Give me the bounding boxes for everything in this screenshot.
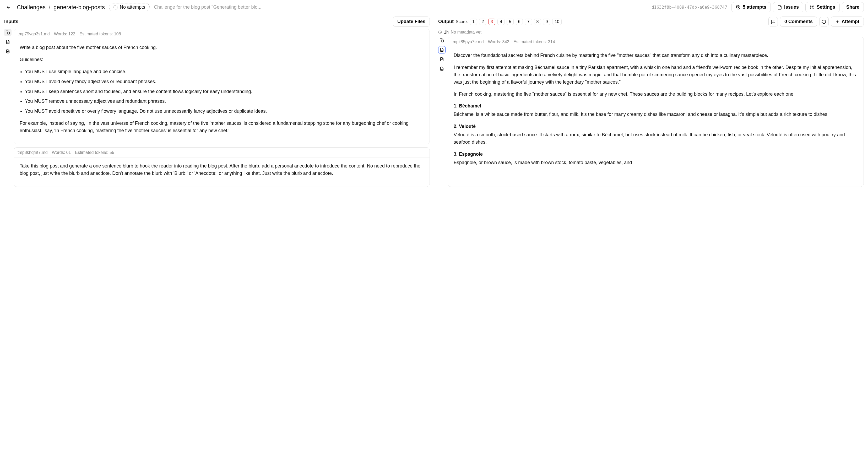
inputs-tab-file-2[interactable] bbox=[4, 48, 11, 55]
update-files-button[interactable]: Update Files bbox=[393, 17, 430, 27]
file-name: tmp8khqfnt7.md bbox=[18, 150, 48, 155]
document-icon bbox=[440, 57, 444, 61]
breadcrumb-current[interactable]: generate-blog-posts bbox=[54, 4, 105, 11]
score-4[interactable]: 4 bbox=[497, 19, 504, 25]
file-tokens: Estimated tokens: 108 bbox=[80, 32, 121, 36]
settings-button[interactable]: Settings bbox=[805, 2, 840, 12]
example-paragraph: For example, instead of saying, 'In the … bbox=[20, 120, 424, 135]
issues-button-label: Issues bbox=[784, 4, 799, 10]
arrow-left-icon bbox=[6, 5, 11, 10]
score-2[interactable]: 2 bbox=[479, 19, 486, 25]
score-label: Score: bbox=[456, 20, 468, 24]
attempts-button[interactable]: 5 attempts bbox=[732, 2, 771, 12]
file-name: tmp79vgp3s1.md bbox=[18, 32, 50, 36]
inputs-content: tmp79vgp3s1.md Words: 122 Estimated toke… bbox=[4, 29, 430, 187]
score-10[interactable]: 10 bbox=[552, 19, 562, 25]
refresh-button[interactable] bbox=[819, 17, 829, 27]
document-icon bbox=[440, 48, 444, 52]
inputs-panel-header: Inputs Update Files bbox=[4, 17, 430, 27]
output-tab-file-2[interactable] bbox=[438, 56, 445, 63]
score-6[interactable]: 6 bbox=[516, 19, 523, 25]
list-item: You MUST avoid repetitive or overly flow… bbox=[25, 108, 424, 115]
output-p3: In French cooking, mastering the five "m… bbox=[454, 91, 858, 98]
file-icon bbox=[777, 5, 782, 10]
output-title: Output bbox=[438, 19, 454, 24]
guidelines-heading: Guidelines: bbox=[20, 56, 424, 63]
file-body: Discover the foundational secrets behind… bbox=[448, 47, 864, 187]
attempt-button[interactable]: Attempt bbox=[831, 17, 864, 27]
file-lead: Write a blog post about the five mother … bbox=[20, 44, 424, 51]
output-panel-header: Output Score: 1 2 3 4 5 6 7 8 9 10 0 Com… bbox=[438, 17, 864, 27]
output-p1: Discover the foundational secrets behind… bbox=[454, 52, 858, 59]
sliders-icon bbox=[810, 5, 814, 10]
attempt-button-label: Attempt bbox=[841, 19, 859, 24]
svg-rect-0 bbox=[7, 32, 10, 34]
output-p2: I remember my first attempt at making Bé… bbox=[454, 64, 858, 86]
history-icon bbox=[736, 5, 741, 10]
inputs-tabs bbox=[4, 29, 11, 187]
header-actions: 5 attempts Issues Settings Share bbox=[732, 2, 864, 12]
section-3-body: Espagnole, or brown sauce, is made with … bbox=[454, 159, 858, 167]
add-comment-button[interactable] bbox=[768, 17, 778, 27]
section-1-heading: 1. Béchamel bbox=[454, 102, 858, 110]
output-tab-copy[interactable] bbox=[438, 37, 445, 44]
section-2-body: Velouté is a smooth, stock-based sauce. … bbox=[454, 131, 858, 146]
file-header: tmpk85pya7e.md Words: 342 Estimated toke… bbox=[448, 37, 864, 47]
input-file-1: tmp79vgp3s1.md Words: 122 Estimated toke… bbox=[13, 29, 430, 144]
breadcrumb-sep: / bbox=[49, 4, 50, 11]
section-3-heading: 3. Espagnole bbox=[454, 151, 858, 158]
output-tabs bbox=[438, 37, 445, 187]
share-button[interactable]: Share bbox=[842, 2, 864, 12]
inputs-file-list: tmp79vgp3s1.md Words: 122 Estimated toke… bbox=[13, 29, 430, 187]
challenge-description: Challenge for the blog post "Generating … bbox=[154, 4, 647, 10]
file-text: Take this blog post and generate a one s… bbox=[20, 162, 424, 177]
document-icon bbox=[440, 66, 444, 71]
document-icon bbox=[6, 40, 10, 44]
input-file-2: tmp8khqfnt7.md Words: 61 Estimated token… bbox=[13, 147, 430, 187]
meta-time: 1h bbox=[444, 30, 449, 35]
attempts-pill[interactable]: No attempts bbox=[109, 3, 150, 11]
file-header: tmp79vgp3s1.md Words: 122 Estimated toke… bbox=[14, 29, 430, 39]
output-meta: 1h No metadata yet bbox=[438, 30, 864, 35]
inputs-tab-file-1[interactable] bbox=[4, 38, 11, 46]
file-words: Words: 122 bbox=[54, 32, 75, 36]
score-9[interactable]: 9 bbox=[543, 19, 550, 25]
dashed-circle-icon bbox=[114, 5, 118, 9]
inputs-tab-copy[interactable] bbox=[4, 29, 11, 36]
plus-comment-icon bbox=[771, 20, 775, 24]
output-content: tmpk85pya7e.md Words: 342 Estimated toke… bbox=[438, 37, 864, 187]
list-item: You MUST keep sentences short and focuse… bbox=[25, 88, 424, 95]
challenge-hash: d1632f8b-4089-47db-a6e9-368747 bbox=[652, 5, 727, 10]
app-header: Challenges / generate-blog-posts No atte… bbox=[0, 0, 868, 14]
list-item: You MUST remove unnecessary adjectives a… bbox=[25, 98, 424, 105]
score-row: Score: 1 2 3 4 5 6 7 8 9 10 bbox=[456, 19, 562, 25]
output-file: tmpk85pya7e.md Words: 342 Estimated toke… bbox=[447, 37, 864, 187]
file-words: Words: 342 bbox=[488, 39, 509, 44]
back-button[interactable] bbox=[4, 3, 12, 11]
breadcrumb-challenges[interactable]: Challenges bbox=[17, 4, 45, 11]
section-1-body: Béchamel is a white sauce made from butt… bbox=[454, 111, 858, 118]
file-body: Write a blog post about the five mother … bbox=[14, 39, 430, 144]
score-1[interactable]: 1 bbox=[470, 19, 477, 25]
issues-button[interactable]: Issues bbox=[773, 2, 803, 12]
main-content: Inputs Update Files tmp79vgp3s1.md Words… bbox=[0, 14, 868, 191]
list-item: You MUST avoid overly fancy adjectives o… bbox=[25, 78, 424, 85]
copy-icon bbox=[6, 30, 10, 35]
score-5[interactable]: 5 bbox=[506, 19, 514, 25]
comments-button[interactable]: 0 Comments bbox=[780, 17, 817, 27]
inputs-title: Inputs bbox=[4, 19, 18, 24]
file-body: Take this blog post and generate a one s… bbox=[14, 158, 430, 187]
score-8[interactable]: 8 bbox=[534, 19, 541, 25]
output-tab-file-3[interactable] bbox=[438, 65, 445, 72]
file-header: tmp8khqfnt7.md Words: 61 Estimated token… bbox=[14, 148, 430, 158]
score-7[interactable]: 7 bbox=[525, 19, 532, 25]
output-tab-file-1[interactable] bbox=[438, 46, 445, 54]
settings-button-label: Settings bbox=[817, 4, 835, 10]
copy-icon bbox=[440, 38, 444, 42]
score-3[interactable]: 3 bbox=[488, 19, 495, 25]
guidelines-list: You MUST use simple language and be conc… bbox=[25, 68, 424, 115]
refresh-icon bbox=[822, 20, 826, 24]
file-tokens: Estimated tokens: 55 bbox=[75, 150, 114, 155]
breadcrumb: Challenges / generate-blog-posts bbox=[17, 4, 105, 11]
list-item: You MUST use simple language and be conc… bbox=[25, 68, 424, 76]
